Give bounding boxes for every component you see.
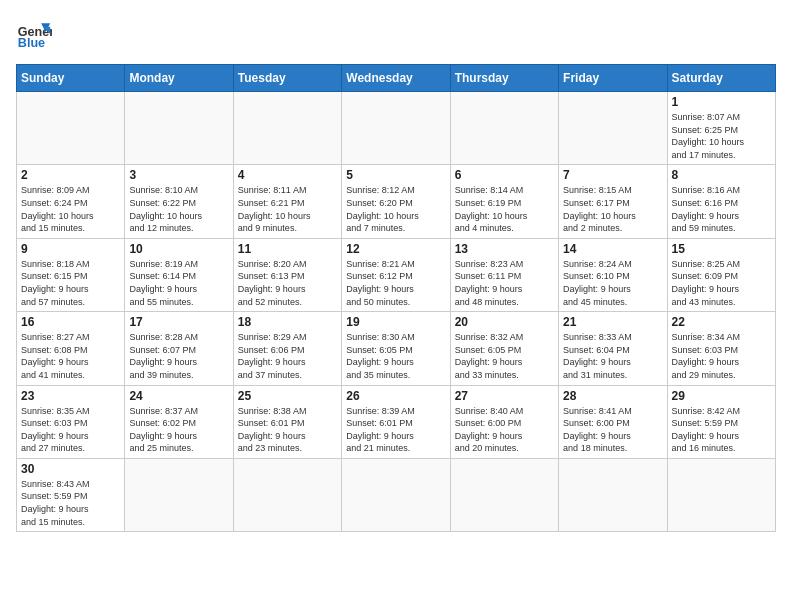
header-row: SundayMondayTuesdayWednesdayThursdayFrid… bbox=[17, 65, 776, 92]
day-info: Sunrise: 8:21 AM Sunset: 6:12 PM Dayligh… bbox=[346, 258, 445, 308]
calendar-cell: 17Sunrise: 8:28 AM Sunset: 6:07 PM Dayli… bbox=[125, 312, 233, 385]
logo: General Blue bbox=[16, 16, 52, 52]
calendar-cell: 29Sunrise: 8:42 AM Sunset: 5:59 PM Dayli… bbox=[667, 385, 775, 458]
day-number: 16 bbox=[21, 315, 120, 329]
calendar-cell: 30Sunrise: 8:43 AM Sunset: 5:59 PM Dayli… bbox=[17, 458, 125, 531]
day-number: 5 bbox=[346, 168, 445, 182]
day-info: Sunrise: 8:10 AM Sunset: 6:22 PM Dayligh… bbox=[129, 184, 228, 234]
calendar-cell bbox=[125, 458, 233, 531]
day-header-tuesday: Tuesday bbox=[233, 65, 341, 92]
day-info: Sunrise: 8:40 AM Sunset: 6:00 PM Dayligh… bbox=[455, 405, 554, 455]
calendar-cell bbox=[17, 92, 125, 165]
calendar-cell bbox=[667, 458, 775, 531]
day-header-monday: Monday bbox=[125, 65, 233, 92]
calendar-cell: 14Sunrise: 8:24 AM Sunset: 6:10 PM Dayli… bbox=[559, 238, 667, 311]
calendar-cell bbox=[233, 458, 341, 531]
calendar-cell: 27Sunrise: 8:40 AM Sunset: 6:00 PM Dayli… bbox=[450, 385, 558, 458]
calendar-week-3: 16Sunrise: 8:27 AM Sunset: 6:08 PM Dayli… bbox=[17, 312, 776, 385]
calendar-cell bbox=[450, 92, 558, 165]
day-info: Sunrise: 8:27 AM Sunset: 6:08 PM Dayligh… bbox=[21, 331, 120, 381]
day-info: Sunrise: 8:11 AM Sunset: 6:21 PM Dayligh… bbox=[238, 184, 337, 234]
calendar-cell: 21Sunrise: 8:33 AM Sunset: 6:04 PM Dayli… bbox=[559, 312, 667, 385]
day-number: 17 bbox=[129, 315, 228, 329]
day-info: Sunrise: 8:43 AM Sunset: 5:59 PM Dayligh… bbox=[21, 478, 120, 528]
calendar-cell: 5Sunrise: 8:12 AM Sunset: 6:20 PM Daylig… bbox=[342, 165, 450, 238]
day-number: 18 bbox=[238, 315, 337, 329]
day-number: 28 bbox=[563, 389, 662, 403]
calendar-cell bbox=[450, 458, 558, 531]
day-number: 25 bbox=[238, 389, 337, 403]
calendar-week-4: 23Sunrise: 8:35 AM Sunset: 6:03 PM Dayli… bbox=[17, 385, 776, 458]
calendar-cell: 16Sunrise: 8:27 AM Sunset: 6:08 PM Dayli… bbox=[17, 312, 125, 385]
day-info: Sunrise: 8:20 AM Sunset: 6:13 PM Dayligh… bbox=[238, 258, 337, 308]
day-number: 21 bbox=[563, 315, 662, 329]
calendar-week-0: 1Sunrise: 8:07 AM Sunset: 6:25 PM Daylig… bbox=[17, 92, 776, 165]
calendar-cell: 12Sunrise: 8:21 AM Sunset: 6:12 PM Dayli… bbox=[342, 238, 450, 311]
calendar-cell: 19Sunrise: 8:30 AM Sunset: 6:05 PM Dayli… bbox=[342, 312, 450, 385]
day-header-friday: Friday bbox=[559, 65, 667, 92]
day-number: 12 bbox=[346, 242, 445, 256]
day-number: 26 bbox=[346, 389, 445, 403]
day-number: 29 bbox=[672, 389, 771, 403]
day-info: Sunrise: 8:35 AM Sunset: 6:03 PM Dayligh… bbox=[21, 405, 120, 455]
calendar-cell: 20Sunrise: 8:32 AM Sunset: 6:05 PM Dayli… bbox=[450, 312, 558, 385]
day-info: Sunrise: 8:07 AM Sunset: 6:25 PM Dayligh… bbox=[672, 111, 771, 161]
day-number: 2 bbox=[21, 168, 120, 182]
day-number: 11 bbox=[238, 242, 337, 256]
day-number: 1 bbox=[672, 95, 771, 109]
calendar-cell: 8Sunrise: 8:16 AM Sunset: 6:16 PM Daylig… bbox=[667, 165, 775, 238]
calendar-cell: 22Sunrise: 8:34 AM Sunset: 6:03 PM Dayli… bbox=[667, 312, 775, 385]
day-info: Sunrise: 8:37 AM Sunset: 6:02 PM Dayligh… bbox=[129, 405, 228, 455]
calendar-cell: 4Sunrise: 8:11 AM Sunset: 6:21 PM Daylig… bbox=[233, 165, 341, 238]
day-number: 15 bbox=[672, 242, 771, 256]
calendar-cell bbox=[342, 458, 450, 531]
day-header-saturday: Saturday bbox=[667, 65, 775, 92]
day-info: Sunrise: 8:30 AM Sunset: 6:05 PM Dayligh… bbox=[346, 331, 445, 381]
calendar-cell: 11Sunrise: 8:20 AM Sunset: 6:13 PM Dayli… bbox=[233, 238, 341, 311]
calendar-cell: 2Sunrise: 8:09 AM Sunset: 6:24 PM Daylig… bbox=[17, 165, 125, 238]
day-info: Sunrise: 8:39 AM Sunset: 6:01 PM Dayligh… bbox=[346, 405, 445, 455]
day-number: 23 bbox=[21, 389, 120, 403]
day-info: Sunrise: 8:14 AM Sunset: 6:19 PM Dayligh… bbox=[455, 184, 554, 234]
day-number: 19 bbox=[346, 315, 445, 329]
calendar-cell: 3Sunrise: 8:10 AM Sunset: 6:22 PM Daylig… bbox=[125, 165, 233, 238]
day-info: Sunrise: 8:42 AM Sunset: 5:59 PM Dayligh… bbox=[672, 405, 771, 455]
day-info: Sunrise: 8:38 AM Sunset: 6:01 PM Dayligh… bbox=[238, 405, 337, 455]
calendar-cell bbox=[233, 92, 341, 165]
calendar-cell: 6Sunrise: 8:14 AM Sunset: 6:19 PM Daylig… bbox=[450, 165, 558, 238]
day-number: 27 bbox=[455, 389, 554, 403]
day-info: Sunrise: 8:09 AM Sunset: 6:24 PM Dayligh… bbox=[21, 184, 120, 234]
calendar-cell bbox=[125, 92, 233, 165]
calendar-week-1: 2Sunrise: 8:09 AM Sunset: 6:24 PM Daylig… bbox=[17, 165, 776, 238]
day-info: Sunrise: 8:29 AM Sunset: 6:06 PM Dayligh… bbox=[238, 331, 337, 381]
calendar: SundayMondayTuesdayWednesdayThursdayFrid… bbox=[16, 64, 776, 532]
calendar-cell: 28Sunrise: 8:41 AM Sunset: 6:00 PM Dayli… bbox=[559, 385, 667, 458]
day-number: 9 bbox=[21, 242, 120, 256]
day-info: Sunrise: 8:32 AM Sunset: 6:05 PM Dayligh… bbox=[455, 331, 554, 381]
day-number: 6 bbox=[455, 168, 554, 182]
day-number: 10 bbox=[129, 242, 228, 256]
day-number: 8 bbox=[672, 168, 771, 182]
day-info: Sunrise: 8:25 AM Sunset: 6:09 PM Dayligh… bbox=[672, 258, 771, 308]
day-number: 14 bbox=[563, 242, 662, 256]
day-info: Sunrise: 8:15 AM Sunset: 6:17 PM Dayligh… bbox=[563, 184, 662, 234]
day-number: 20 bbox=[455, 315, 554, 329]
calendar-week-2: 9Sunrise: 8:18 AM Sunset: 6:15 PM Daylig… bbox=[17, 238, 776, 311]
day-info: Sunrise: 8:16 AM Sunset: 6:16 PM Dayligh… bbox=[672, 184, 771, 234]
calendar-cell: 9Sunrise: 8:18 AM Sunset: 6:15 PM Daylig… bbox=[17, 238, 125, 311]
day-number: 13 bbox=[455, 242, 554, 256]
calendar-cell: 25Sunrise: 8:38 AM Sunset: 6:01 PM Dayli… bbox=[233, 385, 341, 458]
svg-text:Blue: Blue bbox=[18, 36, 45, 50]
day-info: Sunrise: 8:24 AM Sunset: 6:10 PM Dayligh… bbox=[563, 258, 662, 308]
calendar-cell bbox=[559, 92, 667, 165]
calendar-cell: 24Sunrise: 8:37 AM Sunset: 6:02 PM Dayli… bbox=[125, 385, 233, 458]
day-number: 22 bbox=[672, 315, 771, 329]
day-info: Sunrise: 8:12 AM Sunset: 6:20 PM Dayligh… bbox=[346, 184, 445, 234]
calendar-cell bbox=[342, 92, 450, 165]
calendar-cell: 1Sunrise: 8:07 AM Sunset: 6:25 PM Daylig… bbox=[667, 92, 775, 165]
day-info: Sunrise: 8:28 AM Sunset: 6:07 PM Dayligh… bbox=[129, 331, 228, 381]
day-info: Sunrise: 8:34 AM Sunset: 6:03 PM Dayligh… bbox=[672, 331, 771, 381]
day-header-thursday: Thursday bbox=[450, 65, 558, 92]
day-info: Sunrise: 8:23 AM Sunset: 6:11 PM Dayligh… bbox=[455, 258, 554, 308]
header: General Blue bbox=[16, 16, 776, 52]
